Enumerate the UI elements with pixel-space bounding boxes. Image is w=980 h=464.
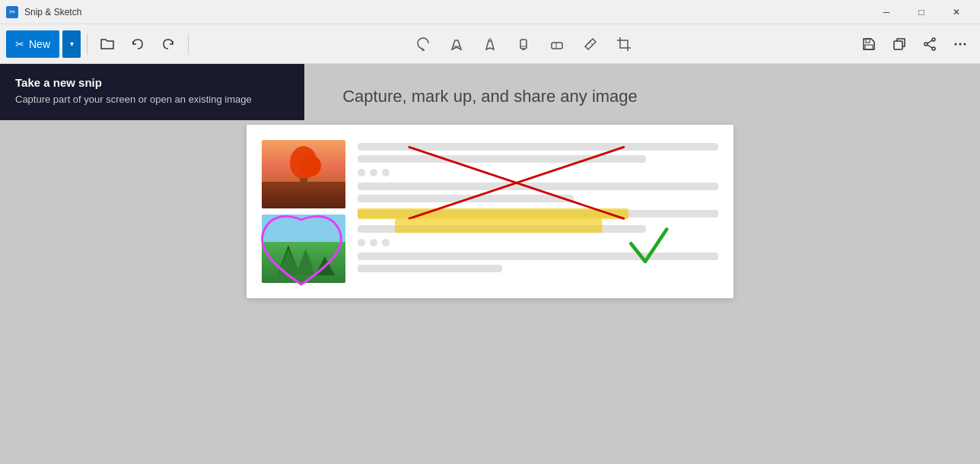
ruler-icon	[582, 36, 599, 52]
svg-line-10	[591, 43, 593, 45]
svg-line-18	[928, 45, 932, 48]
pencil-tool[interactable]	[476, 30, 504, 58]
svg-point-14	[932, 38, 935, 41]
new-dropdown-arrow[interactable]: ▾	[62, 30, 81, 58]
minimize-button[interactable]: ─	[869, 0, 904, 24]
svg-rect-6	[552, 43, 562, 49]
svg-marker-27	[296, 253, 319, 275]
redo-icon	[161, 37, 175, 51]
text-line-2	[358, 155, 646, 163]
crop-icon	[616, 36, 632, 52]
separator-2	[188, 33, 189, 55]
dot-1	[358, 169, 365, 176]
dot-4	[358, 239, 365, 246]
highlighter-icon	[515, 36, 532, 52]
svg-point-22	[290, 146, 317, 180]
more-options-button[interactable]	[947, 30, 974, 58]
text-line-7	[358, 253, 718, 260]
ruler-tool[interactable]	[577, 30, 604, 58]
tree-svg	[266, 241, 342, 279]
text-line-6	[358, 225, 646, 233]
open-button[interactable]	[94, 30, 121, 58]
desert-image	[262, 140, 345, 208]
tooltip-description: Capture part of your screen or open an e…	[15, 94, 289, 105]
touch-writing-icon	[415, 36, 431, 52]
dot-6	[382, 239, 390, 246]
separator-1	[87, 33, 88, 55]
drawing-tools	[195, 30, 852, 58]
text-line-3	[358, 183, 718, 190]
ballpoint-pen-tool[interactable]	[443, 30, 470, 58]
svg-marker-28	[315, 256, 335, 275]
dot-5	[370, 239, 377, 246]
svg-point-21	[964, 43, 966, 45]
close-button[interactable]: ✕	[939, 0, 974, 24]
window-controls: ─ □ ✕	[869, 0, 974, 24]
highlighter-tool[interactable]	[510, 30, 537, 58]
copy-button[interactable]	[886, 30, 913, 58]
new-button[interactable]: ✂ New	[6, 30, 59, 58]
open-icon	[100, 37, 115, 52]
tooltip-title: Take a new snip	[15, 76, 289, 89]
copy-icon	[892, 37, 907, 52]
svg-rect-12	[865, 45, 873, 49]
card-images	[262, 140, 345, 283]
dot-3	[382, 169, 390, 176]
page-heading: Capture, mark up, and share any image	[342, 87, 638, 106]
undo-button[interactable]	[124, 30, 151, 58]
dots-row-2	[358, 239, 718, 246]
text-line-8	[358, 265, 502, 272]
card-text-area	[358, 140, 718, 283]
svg-point-16	[932, 47, 935, 50]
toolbar-right-actions	[855, 30, 974, 58]
eraser-icon	[549, 36, 565, 52]
share-icon	[922, 37, 937, 52]
svg-line-17	[928, 40, 932, 43]
preview-card	[247, 125, 733, 298]
text-line-4	[358, 195, 574, 202]
app-icon: ✂	[6, 6, 18, 18]
svg-point-15	[924, 43, 928, 46]
svg-rect-13	[894, 41, 902, 49]
touch-writing-tool[interactable]	[409, 30, 437, 58]
card-content	[262, 140, 718, 283]
ballpoint-pen-icon	[448, 36, 465, 52]
new-button-label: New	[29, 38, 50, 50]
new-snip-icon: ✂	[15, 38, 24, 50]
dot-2	[370, 169, 377, 176]
redo-button[interactable]	[154, 30, 182, 58]
app-title: Snip & Sketch	[24, 7, 869, 17]
highlight-overlay	[358, 208, 628, 219]
crop-tool[interactable]	[610, 30, 638, 58]
title-bar: ✂ Snip & Sketch ─ □ ✕	[0, 0, 980, 24]
nature-image	[262, 215, 345, 283]
undo-icon	[131, 37, 145, 51]
eraser-tool[interactable]	[543, 30, 571, 58]
svg-point-19	[955, 43, 957, 45]
new-snip-tooltip: Take a new snip Capture part of your scr…	[0, 64, 304, 120]
more-icon	[953, 37, 968, 52]
save-icon	[861, 37, 877, 52]
svg-point-20	[959, 43, 962, 45]
share-button[interactable]	[916, 30, 943, 58]
main-content: Capture, mark up, and share any image	[0, 64, 980, 464]
svg-marker-26	[277, 249, 300, 275]
text-line-1	[358, 143, 718, 151]
maximize-button[interactable]: □	[904, 0, 939, 24]
balloon-svg	[285, 144, 323, 189]
svg-rect-3	[520, 40, 527, 49]
save-button[interactable]	[855, 30, 883, 58]
toolbar: ✂ New ▾	[0, 24, 980, 64]
pencil-icon	[482, 36, 498, 52]
dots-row	[358, 169, 718, 176]
